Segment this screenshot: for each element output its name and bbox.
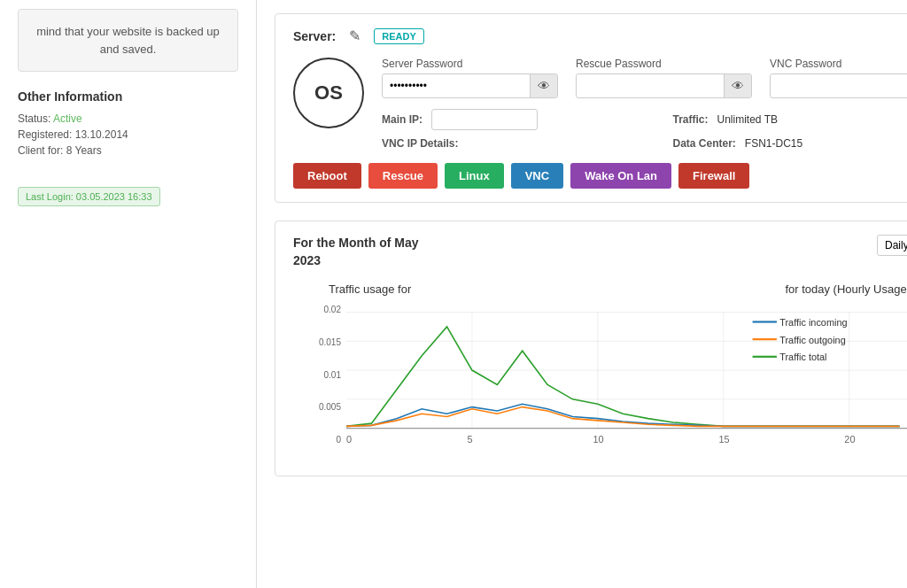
registered-label: Registered: xyxy=(18,128,72,141)
chart-label-left: Traffic usage for xyxy=(329,282,411,296)
vnc-password-group: VNC Password 👁 xyxy=(770,58,907,98)
server-password-label: Server Password xyxy=(382,58,558,70)
svg-text:Traffic incoming: Traffic incoming xyxy=(779,317,847,328)
chart-y-axis: 0.02 0.015 0.01 0.005 0 xyxy=(293,300,346,462)
status-value: Active xyxy=(53,112,82,125)
reboot-button[interactable]: Reboot xyxy=(293,163,361,189)
edit-icon[interactable]: ✎ xyxy=(349,27,360,44)
status-badge: READY xyxy=(374,28,424,44)
client-label: Client for: xyxy=(18,144,63,157)
status-row: Status: Active xyxy=(18,112,238,125)
other-info-heading: Other Information xyxy=(18,89,238,104)
rescue-button[interactable]: Rescue xyxy=(368,163,438,189)
info-grid: Main IP: Traffic: Unlimited TB VNC IP De… xyxy=(382,109,907,150)
vnc-ip-row: VNC IP Details: xyxy=(382,137,655,150)
traffic-section: For the Month of May 2023 Daily Weekly M… xyxy=(275,220,907,476)
vnc-password-wrap: 👁 xyxy=(770,74,907,98)
registered-value: 13.10.2014 xyxy=(75,128,128,141)
other-info-section: Other Information Status: Active Registe… xyxy=(18,89,238,157)
svg-text:Traffic total: Traffic total xyxy=(779,352,826,362)
chart-label-right: for today (Hourly Usage) xyxy=(785,282,907,296)
svg-text:10: 10 xyxy=(593,434,603,445)
traffic-row: Traffic: Unlimited TB xyxy=(673,109,908,130)
sidebar: mind that your website is backed up and … xyxy=(0,0,257,588)
vnc-password-label: VNC Password xyxy=(770,58,907,70)
datacenter-value: FSN1-DC15 xyxy=(745,137,802,150)
vnc-button[interactable]: VNC xyxy=(511,163,563,189)
main-ip-label: Main IP: xyxy=(382,113,422,126)
datacenter-label: Data Center: xyxy=(673,137,736,150)
linux-button[interactable]: Linux xyxy=(445,163,504,189)
server-password-wrap: 👁 xyxy=(382,74,558,98)
rescue-password-group: Rescue Password 👁 xyxy=(576,58,752,98)
server-header: Server: ✎ READY xyxy=(293,27,907,44)
firewall-button[interactable]: Firewall xyxy=(678,163,749,189)
notice-text: mind that your website is backed up and … xyxy=(36,25,220,56)
traffic-title: For the Month of May 2023 xyxy=(293,235,419,269)
password-row: Server Password 👁 Rescue Password 👁 xyxy=(382,58,907,98)
period-select[interactable]: Daily Weekly Monthly xyxy=(877,235,907,256)
rescue-password-label: Rescue Password xyxy=(576,58,752,70)
traffic-label: Traffic: xyxy=(673,113,709,126)
vnc-ip-label: VNC IP Details: xyxy=(382,137,458,150)
client-value: 8 Years xyxy=(66,144,102,157)
svg-text:0: 0 xyxy=(346,434,352,445)
svg-text:15: 15 xyxy=(718,434,729,445)
registered-row: Registered: 13.10.2014 xyxy=(18,128,238,141)
sidebar-notice: mind that your website is backed up and … xyxy=(18,9,238,72)
svg-text:5: 5 xyxy=(467,434,472,445)
traffic-chart-svg: 0 5 10 15 20 Traffic in MByte Traffic in… xyxy=(346,300,907,460)
os-icon: OS xyxy=(293,58,364,128)
action-buttons: Reboot Rescue Linux VNC Wake On Lan Fire… xyxy=(293,163,907,189)
svg-text:20: 20 xyxy=(844,434,855,445)
y-0.02: 0.02 xyxy=(324,305,341,314)
rescue-password-input[interactable] xyxy=(577,75,724,97)
rescue-password-wrap: 👁 xyxy=(576,74,752,98)
traffic-value: Unlimited TB xyxy=(717,113,778,126)
server-panel: Server: ✎ READY OS Server Password xyxy=(275,13,907,203)
os-label: OS xyxy=(314,81,343,104)
chart-canvas-wrap: 0 5 10 15 20 Traffic in MByte Traffic in… xyxy=(346,300,907,462)
main-ip-row: Main IP: xyxy=(382,109,655,130)
y-0.01: 0.01 xyxy=(324,370,341,380)
y-0.005: 0.005 xyxy=(319,402,341,412)
client-row: Client for: 8 Years xyxy=(18,144,238,157)
vnc-password-input[interactable] xyxy=(771,75,907,97)
y-0.015: 0.015 xyxy=(319,337,341,347)
traffic-header: For the Month of May 2023 Daily Weekly M… xyxy=(293,235,907,269)
wakelan-button[interactable]: Wake On Lan xyxy=(570,163,671,189)
last-login-badge: Last Login: 03.05.2023 16:33 xyxy=(18,187,160,206)
traffic-title-line2: 2023 xyxy=(293,252,419,270)
server-password-toggle[interactable]: 👁 xyxy=(530,74,557,97)
status-label: Status: xyxy=(18,112,50,125)
server-password-input[interactable] xyxy=(383,75,530,97)
traffic-title-line1: For the Month of May xyxy=(293,235,419,252)
rescue-password-toggle[interactable]: 👁 xyxy=(724,74,751,97)
last-login-text: Last Login: 03.05.2023 16:33 xyxy=(26,191,152,202)
server-info-row: OS Server Password 👁 Rescue P xyxy=(293,58,907,150)
datacenter-row: Data Center: FSN1-DC15 xyxy=(673,137,908,150)
server-details: Server Password 👁 Rescue Password 👁 xyxy=(382,58,907,150)
chart-labels: Traffic usage for for today (Hourly Usag… xyxy=(293,282,907,296)
server-password-group: Server Password 👁 xyxy=(382,58,558,98)
svg-text:Traffic outgoing: Traffic outgoing xyxy=(779,335,846,345)
main-ip-input[interactable] xyxy=(431,109,538,130)
y-0: 0 xyxy=(336,435,341,445)
server-label: Server: xyxy=(293,29,336,43)
chart-area: 0.02 0.015 0.01 0.005 0 xyxy=(293,300,907,462)
main-content: Server: ✎ READY OS Server Password xyxy=(257,0,907,588)
